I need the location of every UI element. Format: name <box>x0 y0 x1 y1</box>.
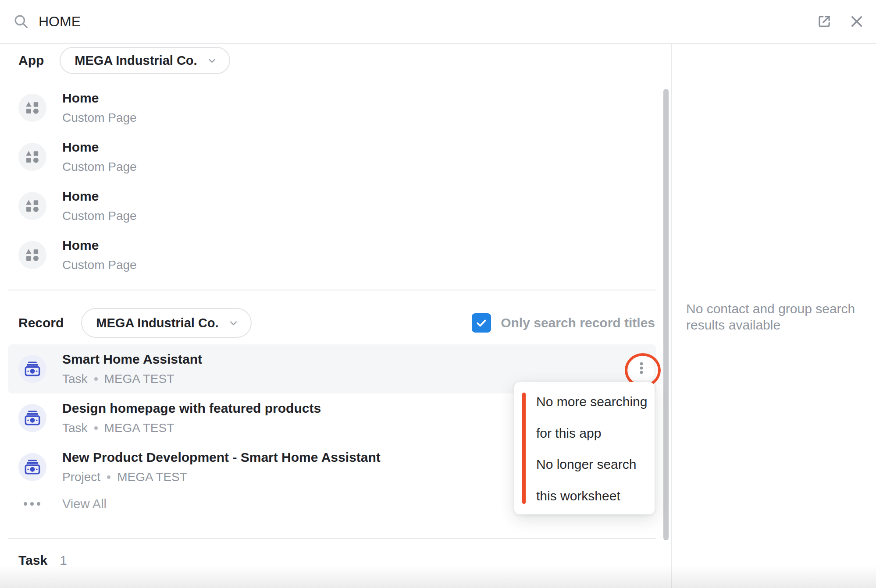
result-title: Smart Home Assistant <box>62 351 202 367</box>
empty-results-message: No contact and group search results avai… <box>686 301 858 333</box>
record-section-header: Record MEGA Industrial Co. Only search r… <box>18 308 655 338</box>
custom-page-icon <box>18 143 46 171</box>
app-result-home-3[interactable]: Home Custom Page <box>18 181 645 230</box>
view-all-button[interactable]: View All <box>22 492 107 516</box>
record-context-menu: No more searching for this app No longer… <box>514 382 655 514</box>
result-type: Task <box>62 421 88 436</box>
annotation-highlight-bar <box>522 393 526 504</box>
topbar-actions <box>815 0 866 43</box>
close-icon[interactable] <box>847 12 866 31</box>
chevron-down-icon <box>206 55 218 67</box>
result-title: New Product Development - Smart Home Ass… <box>62 450 381 465</box>
result-title: Home <box>62 139 137 155</box>
app-filter-value: MEGA Industrial Co. <box>75 53 197 68</box>
section-divider <box>8 290 656 290</box>
section-divider <box>8 538 656 539</box>
result-subtitle: Custom Page <box>62 258 137 273</box>
search-results-panel: App MEGA Industrial Co. <box>0 44 671 588</box>
dot-separator <box>107 475 110 479</box>
contacts-groups-panel: No contact and group search results avai… <box>671 44 876 588</box>
result-subtitle: Custom Page <box>62 110 137 125</box>
dot-separator <box>94 426 98 430</box>
open-in-new-window-icon[interactable] <box>815 12 834 31</box>
app-section-header: App MEGA Industrial Co. <box>18 47 230 74</box>
worksheet-record-icon <box>18 355 46 383</box>
custom-page-icon <box>18 94 46 122</box>
result-source: MEGA TEST <box>104 421 174 436</box>
worksheet-record-icon <box>18 404 46 432</box>
result-type: Task <box>62 372 88 386</box>
result-title: Home <box>62 188 137 204</box>
checkbox-checked-icon <box>472 313 491 333</box>
result-source: MEGA TEST <box>104 372 174 386</box>
result-type: Project <box>62 470 100 485</box>
app-result-list: Home Custom Page Home Custom Page <box>18 83 645 280</box>
chevron-down-icon <box>228 317 239 329</box>
vertical-scrollbar[interactable] <box>663 89 669 540</box>
app-result-home-1[interactable]: Home Custom Page <box>18 83 645 132</box>
task-section-header: Task 1 <box>18 553 67 572</box>
search-icon <box>13 14 29 29</box>
menu-item-no-longer-search-worksheet[interactable]: No longer search this worksheet <box>536 449 651 511</box>
record-section-label: Record <box>18 315 64 330</box>
result-subtitle: Custom Page <box>62 159 137 174</box>
custom-page-icon <box>18 192 46 220</box>
only-search-record-titles-checkbox[interactable]: Only search record titles <box>472 313 655 333</box>
result-title: Home <box>62 237 137 253</box>
result-title: Design homepage with featured products <box>62 400 321 416</box>
menu-item-no-more-searching-app[interactable]: No more searching for this app <box>536 386 651 449</box>
checkbox-label: Only search record titles <box>501 315 655 330</box>
dot-separator <box>94 377 98 381</box>
more-options-button[interactable] <box>629 356 654 380</box>
search-input[interactable]: HOME <box>39 14 81 30</box>
task-count: 1 <box>60 553 67 568</box>
app-result-home-4[interactable]: Home Custom Page <box>18 230 645 280</box>
result-title: Home <box>62 90 137 106</box>
worksheet-record-icon <box>18 453 46 481</box>
result-source: MEGA TEST <box>117 470 187 485</box>
result-subtitle: Custom Page <box>62 209 137 223</box>
record-filter-dropdown[interactable]: MEGA Industrial Co. <box>81 308 251 338</box>
view-all-label: View All <box>62 497 107 511</box>
record-filter-value: MEGA Industrial Co. <box>96 316 218 330</box>
app-section-label: App <box>18 53 44 68</box>
app-result-home-2[interactable]: Home Custom Page <box>18 132 645 181</box>
search-window: HOME App MEGA Industrial Co. <box>0 0 876 588</box>
task-section-label: Task <box>18 553 47 568</box>
custom-page-icon <box>18 241 46 269</box>
ellipsis-icon <box>22 499 42 508</box>
app-filter-dropdown[interactable]: MEGA Industrial Co. <box>60 47 230 74</box>
search-bar: HOME <box>0 0 876 44</box>
